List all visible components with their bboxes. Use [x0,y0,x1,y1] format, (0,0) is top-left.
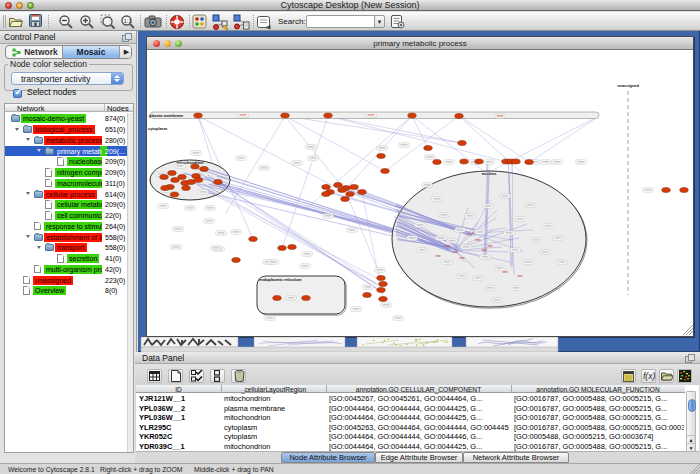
svg-text:cytoplasm: cytoplasm [148,126,168,131]
svg-text:unassigned: unassigned [617,83,639,88]
svg-text:1:1: 1:1 [123,18,132,24]
svg-text:plasma membrane: plasma membrane [149,113,184,118]
svg-text:endoplasmic reticulum: endoplasmic reticulum [259,277,302,282]
